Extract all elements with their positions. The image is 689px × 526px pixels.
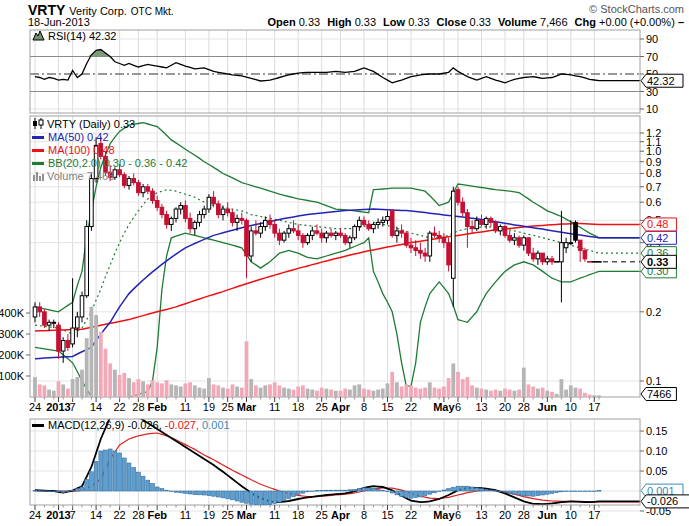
svg-text:13: 13: [475, 509, 487, 521]
chg-value: +0.00 (+0.00%): [599, 16, 675, 28]
svg-text:0.6: 0.6: [646, 196, 661, 208]
macd-legend: MACD(12,26,9) -0.026, -0.027, 0.001: [32, 419, 230, 432]
svg-text:May: May: [433, 401, 455, 413]
close-label: Close: [437, 16, 467, 28]
svg-text:May: May: [433, 509, 455, 521]
svg-text:7: 7: [70, 401, 76, 413]
svg-text:10: 10: [565, 401, 577, 413]
volume-bars: [33, 307, 601, 397]
svg-text:19: 19: [203, 509, 215, 521]
svg-text:10: 10: [646, 103, 658, 115]
volume-value: 7,466: [540, 16, 568, 28]
svg-text:0.05: 0.05: [646, 465, 667, 477]
rsi-legend: RSI(14) 42.32: [32, 30, 116, 43]
svg-text:28: 28: [518, 401, 530, 413]
svg-text:-0.026: -0.026: [647, 495, 678, 507]
svg-text:2013: 2013: [46, 509, 70, 521]
svg-text:42.32: 42.32: [647, 75, 675, 87]
svg-text:8: 8: [361, 401, 367, 413]
svg-text:70: 70: [646, 51, 658, 63]
svg-text:28: 28: [132, 401, 144, 413]
chg-label: Chg: [575, 16, 596, 28]
svg-text:200K: 200K: [0, 349, 25, 361]
svg-text:300K: 300K: [0, 328, 25, 340]
open-label: Open: [268, 16, 296, 28]
rsi-legend-label: RSI(14) 42.32: [48, 30, 116, 43]
main-legend-symbol: VRTY (Daily) 0.33: [47, 118, 135, 131]
svg-text:22: 22: [405, 509, 417, 521]
svg-text:Jun: Jun: [538, 509, 558, 521]
svg-text:8: 8: [361, 509, 367, 521]
chg-direction-dash: –: [678, 16, 684, 28]
close-value: 0.33: [470, 16, 491, 28]
svg-text:0.7: 0.7: [646, 181, 661, 193]
svg-text:7466: 7466: [647, 388, 671, 400]
volume-legend-label: Volume 7,466: [47, 170, 114, 183]
svg-text:17: 17: [588, 401, 600, 413]
svg-text:25: 25: [222, 401, 234, 413]
svg-text:11: 11: [269, 509, 280, 521]
svg-text:Apr: Apr: [331, 509, 351, 521]
high-value: 0.33: [355, 16, 376, 28]
svg-text:0.33: 0.33: [647, 256, 668, 268]
svg-text:11: 11: [180, 509, 191, 521]
svg-text:20: 20: [499, 509, 511, 521]
ma100-line-icon: [32, 149, 44, 152]
macd-hist-value: 0.001: [202, 419, 230, 432]
bollinger-line-icon: [32, 162, 44, 165]
svg-text:0.15: 0.15: [646, 425, 667, 437]
macd-legend-label: MACD(12,26,9): [48, 419, 124, 432]
svg-text:90: 90: [646, 33, 658, 45]
ma50-line-icon: [32, 136, 44, 139]
volume-bars-icon: [32, 170, 44, 184]
svg-text:13: 13: [475, 401, 487, 413]
svg-text:Feb: Feb: [147, 401, 167, 413]
svg-text:0.48: 0.48: [647, 218, 668, 230]
svg-text:17: 17: [588, 509, 600, 521]
quote-row: 18-Jun-2013 Open 0.33High 0.33Low 0.33Cl…: [28, 16, 684, 28]
macd-value: -0.026,: [127, 419, 161, 432]
svg-text:6: 6: [455, 509, 461, 521]
svg-text:0.10: 0.10: [646, 445, 667, 457]
svg-text:28: 28: [132, 509, 144, 521]
svg-text:22: 22: [113, 401, 125, 413]
svg-text:11: 11: [180, 401, 191, 413]
svg-text:Jun: Jun: [538, 401, 558, 413]
open-value: 0.33: [299, 16, 320, 28]
svg-text:6: 6: [455, 401, 461, 413]
svg-text:100K: 100K: [0, 370, 25, 382]
svg-text:24: 24: [29, 401, 41, 413]
chart-canvas: 90705030101.21.11.00.90.80.70.60.50.40.3…: [0, 0, 689, 526]
svg-text:15: 15: [381, 509, 393, 521]
quote-strip: Open 0.33High 0.33Low 0.33Close 0.33Volu…: [268, 16, 684, 28]
svg-text:22: 22: [113, 509, 125, 521]
svg-text:19: 19: [203, 401, 215, 413]
svg-text:25: 25: [222, 509, 234, 521]
stockchart-page: 90705030101.21.11.00.90.80.70.60.50.40.3…: [0, 0, 689, 526]
svg-text:Feb: Feb: [147, 509, 167, 521]
low-value: 0.33: [408, 16, 429, 28]
svg-text:20: 20: [499, 401, 511, 413]
rsi-panel: 9070503010: [30, 30, 658, 115]
high-label: High: [327, 16, 351, 28]
svg-text:Mar: Mar: [237, 401, 257, 413]
svg-text:15: 15: [381, 401, 393, 413]
svg-text:2013: 2013: [46, 401, 70, 413]
low-label: Low: [383, 16, 405, 28]
volume-label: Volume: [498, 16, 537, 28]
rsi-indicator-icon: [32, 30, 45, 44]
svg-text:28: 28: [518, 509, 530, 521]
svg-text:10: 10: [565, 509, 577, 521]
svg-text:25: 25: [316, 509, 328, 521]
main-legend: VRTY (Daily) 0.33 MA(50) 0.42 MA(100) 0.…: [32, 118, 187, 183]
stockcharts-credit: © StockCharts.com: [589, 3, 684, 15]
svg-text:0.9: 0.9: [646, 156, 661, 168]
svg-text:7: 7: [70, 509, 76, 521]
macd-line-icon: [32, 424, 44, 427]
svg-text:0.1: 0.1: [646, 375, 661, 387]
svg-text:11: 11: [269, 401, 280, 413]
bollinger-legend-label: BB(20,2.0) 0.30 - 0.36 - 0.42: [48, 157, 187, 170]
svg-text:0.42: 0.42: [647, 232, 668, 244]
svg-text:22: 22: [405, 401, 417, 413]
svg-text:14: 14: [90, 401, 102, 413]
